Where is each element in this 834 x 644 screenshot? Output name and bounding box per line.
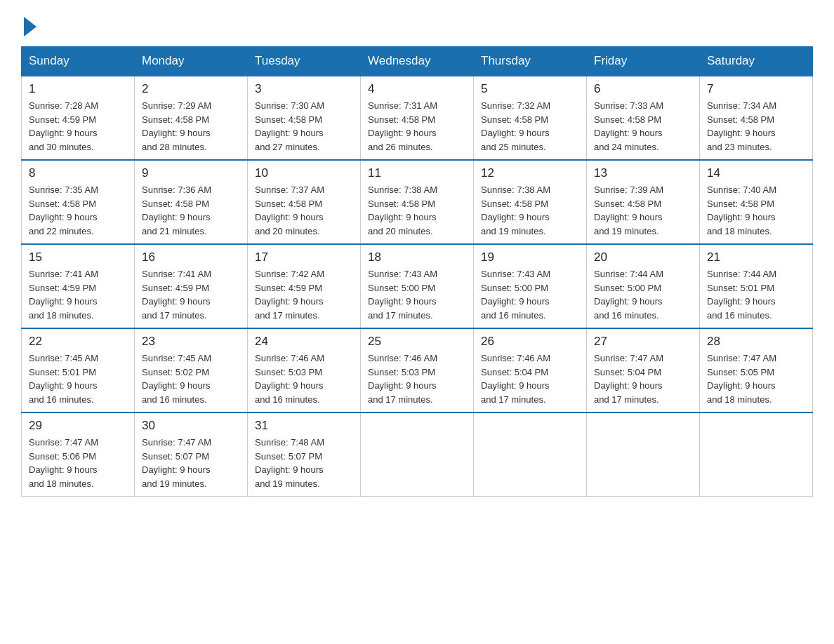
day-info: Sunrise: 7:33 AM Sunset: 4:58 PM Dayligh… (594, 99, 692, 154)
calendar-table: SundayMondayTuesdayWednesdayThursdayFrid… (21, 46, 813, 497)
day-info: Sunrise: 7:31 AM Sunset: 4:58 PM Dayligh… (368, 99, 466, 154)
calendar-cell: 2 Sunrise: 7:29 AM Sunset: 4:58 PM Dayli… (135, 76, 248, 160)
calendar-cell (700, 412, 813, 497)
day-number: 29 (29, 419, 127, 433)
calendar-cell: 1 Sunrise: 7:28 AM Sunset: 4:59 PM Dayli… (22, 76, 135, 160)
day-number: 22 (29, 335, 127, 349)
calendar-cell: 19 Sunrise: 7:43 AM Sunset: 5:00 PM Dayl… (474, 244, 587, 328)
calendar-cell (474, 412, 587, 497)
calendar-header-monday: Monday (135, 47, 248, 76)
day-info: Sunrise: 7:48 AM Sunset: 5:07 PM Dayligh… (255, 436, 353, 490)
day-info: Sunrise: 7:47 AM Sunset: 5:05 PM Dayligh… (707, 351, 805, 406)
day-number: 5 (481, 82, 579, 96)
day-info: Sunrise: 7:42 AM Sunset: 4:59 PM Dayligh… (255, 267, 353, 322)
calendar-cell: 23 Sunrise: 7:45 AM Sunset: 5:02 PM Dayl… (135, 328, 248, 412)
day-number: 26 (481, 335, 579, 349)
day-number: 19 (481, 250, 579, 264)
calendar-week-3: 15 Sunrise: 7:41 AM Sunset: 4:59 PM Dayl… (22, 244, 813, 328)
day-number: 13 (594, 166, 692, 180)
day-number: 14 (707, 166, 805, 180)
logo (21, 14, 37, 32)
calendar-cell: 14 Sunrise: 7:40 AM Sunset: 4:58 PM Dayl… (700, 160, 813, 244)
day-info: Sunrise: 7:43 AM Sunset: 5:00 PM Dayligh… (481, 267, 579, 322)
calendar-cell: 4 Sunrise: 7:31 AM Sunset: 4:58 PM Dayli… (361, 76, 474, 160)
day-info: Sunrise: 7:45 AM Sunset: 5:01 PM Dayligh… (29, 351, 127, 406)
day-info: Sunrise: 7:41 AM Sunset: 4:59 PM Dayligh… (29, 267, 127, 322)
calendar-week-1: 1 Sunrise: 7:28 AM Sunset: 4:59 PM Dayli… (22, 76, 813, 160)
calendar-week-4: 22 Sunrise: 7:45 AM Sunset: 5:01 PM Dayl… (22, 328, 813, 412)
day-number: 10 (255, 166, 353, 180)
calendar-cell: 22 Sunrise: 7:45 AM Sunset: 5:01 PM Dayl… (22, 328, 135, 412)
day-info: Sunrise: 7:28 AM Sunset: 4:59 PM Dayligh… (29, 99, 127, 154)
day-info: Sunrise: 7:39 AM Sunset: 4:58 PM Dayligh… (594, 183, 692, 238)
calendar-cell: 17 Sunrise: 7:42 AM Sunset: 4:59 PM Dayl… (248, 244, 361, 328)
day-info: Sunrise: 7:40 AM Sunset: 4:58 PM Dayligh… (707, 183, 805, 238)
day-info: Sunrise: 7:47 AM Sunset: 5:07 PM Dayligh… (142, 436, 240, 490)
calendar-cell: 9 Sunrise: 7:36 AM Sunset: 4:58 PM Dayli… (135, 160, 248, 244)
calendar-cell (361, 412, 474, 497)
day-number: 21 (707, 250, 805, 264)
calendar-cell: 27 Sunrise: 7:47 AM Sunset: 5:04 PM Dayl… (587, 328, 700, 412)
calendar-header-saturday: Saturday (700, 47, 813, 76)
day-info: Sunrise: 7:43 AM Sunset: 5:00 PM Dayligh… (368, 267, 466, 322)
day-number: 9 (142, 166, 240, 180)
day-number: 11 (368, 166, 466, 180)
day-info: Sunrise: 7:38 AM Sunset: 4:58 PM Dayligh… (481, 183, 579, 238)
calendar-header-sunday: Sunday (22, 47, 135, 76)
day-number: 23 (142, 335, 240, 349)
day-number: 25 (368, 335, 466, 349)
calendar-cell: 13 Sunrise: 7:39 AM Sunset: 4:58 PM Dayl… (587, 160, 700, 244)
calendar-cell: 15 Sunrise: 7:41 AM Sunset: 4:59 PM Dayl… (22, 244, 135, 328)
calendar-cell: 7 Sunrise: 7:34 AM Sunset: 4:58 PM Dayli… (700, 76, 813, 160)
calendar-week-2: 8 Sunrise: 7:35 AM Sunset: 4:58 PM Dayli… (22, 160, 813, 244)
day-number: 16 (142, 250, 240, 264)
calendar-header-row: SundayMondayTuesdayWednesdayThursdayFrid… (22, 47, 813, 76)
calendar-cell: 5 Sunrise: 7:32 AM Sunset: 4:58 PM Dayli… (474, 76, 587, 160)
calendar-cell: 18 Sunrise: 7:43 AM Sunset: 5:00 PM Dayl… (361, 244, 474, 328)
calendar-cell: 28 Sunrise: 7:47 AM Sunset: 5:05 PM Dayl… (700, 328, 813, 412)
day-info: Sunrise: 7:44 AM Sunset: 5:00 PM Dayligh… (594, 267, 692, 322)
day-info: Sunrise: 7:45 AM Sunset: 5:02 PM Dayligh… (142, 351, 240, 406)
calendar-cell: 31 Sunrise: 7:48 AM Sunset: 5:07 PM Dayl… (248, 412, 361, 497)
day-number: 2 (142, 82, 240, 96)
day-info: Sunrise: 7:41 AM Sunset: 4:59 PM Dayligh… (142, 267, 240, 322)
day-info: Sunrise: 7:37 AM Sunset: 4:58 PM Dayligh… (255, 183, 353, 238)
calendar-cell: 29 Sunrise: 7:47 AM Sunset: 5:06 PM Dayl… (22, 412, 135, 497)
day-number: 6 (594, 82, 692, 96)
day-info: Sunrise: 7:46 AM Sunset: 5:04 PM Dayligh… (481, 351, 579, 406)
day-info: Sunrise: 7:32 AM Sunset: 4:58 PM Dayligh… (481, 99, 579, 154)
calendar-header-thursday: Thursday (474, 47, 587, 76)
day-info: Sunrise: 7:35 AM Sunset: 4:58 PM Dayligh… (29, 183, 127, 238)
day-number: 1 (29, 82, 127, 96)
day-number: 4 (368, 82, 466, 96)
day-info: Sunrise: 7:36 AM Sunset: 4:58 PM Dayligh… (142, 183, 240, 238)
calendar-cell (587, 412, 700, 497)
day-number: 18 (368, 250, 466, 264)
day-number: 27 (594, 335, 692, 349)
day-info: Sunrise: 7:47 AM Sunset: 5:04 PM Dayligh… (594, 351, 692, 406)
logo-arrow-icon (24, 17, 37, 36)
page-header (21, 14, 813, 32)
calendar-cell: 6 Sunrise: 7:33 AM Sunset: 4:58 PM Dayli… (587, 76, 700, 160)
calendar-header-tuesday: Tuesday (248, 47, 361, 76)
day-number: 8 (29, 166, 127, 180)
calendar-cell: 16 Sunrise: 7:41 AM Sunset: 4:59 PM Dayl… (135, 244, 248, 328)
day-number: 20 (594, 250, 692, 264)
day-number: 3 (255, 82, 353, 96)
day-info: Sunrise: 7:46 AM Sunset: 5:03 PM Dayligh… (255, 351, 353, 406)
day-number: 12 (481, 166, 579, 180)
day-number: 31 (255, 419, 353, 433)
calendar-cell: 8 Sunrise: 7:35 AM Sunset: 4:58 PM Dayli… (22, 160, 135, 244)
day-info: Sunrise: 7:30 AM Sunset: 4:58 PM Dayligh… (255, 99, 353, 154)
calendar-cell: 24 Sunrise: 7:46 AM Sunset: 5:03 PM Dayl… (248, 328, 361, 412)
day-number: 15 (29, 250, 127, 264)
calendar-week-5: 29 Sunrise: 7:47 AM Sunset: 5:06 PM Dayl… (22, 412, 813, 497)
day-info: Sunrise: 7:29 AM Sunset: 4:58 PM Dayligh… (142, 99, 240, 154)
calendar-cell: 21 Sunrise: 7:44 AM Sunset: 5:01 PM Dayl… (700, 244, 813, 328)
day-number: 7 (707, 82, 805, 96)
day-number: 28 (707, 335, 805, 349)
day-info: Sunrise: 7:47 AM Sunset: 5:06 PM Dayligh… (29, 436, 127, 490)
day-info: Sunrise: 7:46 AM Sunset: 5:03 PM Dayligh… (368, 351, 466, 406)
day-info: Sunrise: 7:44 AM Sunset: 5:01 PM Dayligh… (707, 267, 805, 322)
calendar-cell: 20 Sunrise: 7:44 AM Sunset: 5:00 PM Dayl… (587, 244, 700, 328)
